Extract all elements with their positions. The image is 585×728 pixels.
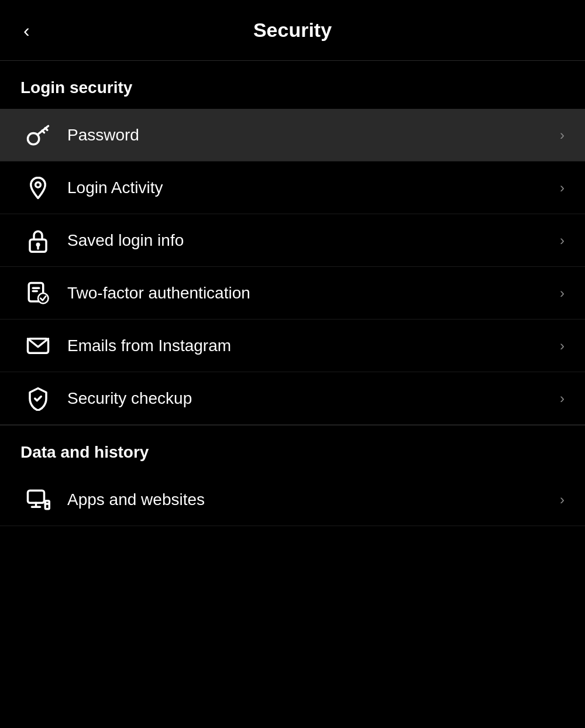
saved-login-info-label: Saved login info (67, 231, 554, 250)
svg-point-9 (38, 293, 49, 304)
emails-from-instagram-label: Emails from Instagram (67, 336, 554, 355)
page-title: Security (253, 19, 332, 42)
two-factor-auth-label: Two-factor authentication (67, 284, 554, 303)
login-security-section: Login security Password › Login Activity… (0, 61, 585, 425)
login-security-heading: Login security (0, 61, 585, 109)
keyhole-icon (20, 223, 56, 258)
saved-login-info-item[interactable]: Saved login info › (0, 214, 585, 267)
apps-icon (20, 482, 56, 517)
apps-and-websites-chevron: › (560, 492, 565, 508)
two-factor-auth-item[interactable]: Two-factor authentication › (0, 267, 585, 320)
security-checkup-label: Security checkup (67, 389, 554, 408)
back-button[interactable]: ‹ (18, 15, 36, 46)
emails-from-instagram-chevron: › (560, 338, 565, 354)
login-activity-item[interactable]: Login Activity › (0, 162, 585, 214)
login-activity-label: Login Activity (67, 178, 554, 197)
data-and-history-heading: Data and history (0, 425, 585, 473)
shield-check-icon (20, 276, 56, 311)
apps-and-websites-label: Apps and websites (67, 490, 554, 509)
apps-and-websites-item[interactable]: Apps and websites › (0, 473, 585, 526)
key-icon (20, 118, 56, 153)
saved-login-info-chevron: › (560, 232, 565, 249)
security-checkup-item[interactable]: Security checkup › (0, 372, 585, 425)
svg-line-3 (42, 131, 44, 133)
header: ‹ Security (0, 0, 585, 61)
svg-point-4 (36, 182, 41, 187)
envelope-icon (20, 328, 56, 363)
svg-rect-13 (28, 490, 44, 503)
emails-from-instagram-item[interactable]: Emails from Instagram › (0, 320, 585, 372)
password-chevron: › (560, 127, 565, 143)
login-activity-chevron: › (560, 180, 565, 196)
password-label: Password (67, 126, 554, 145)
shield-tick-icon (20, 381, 56, 416)
password-item[interactable]: Password › (0, 109, 585, 162)
two-factor-auth-chevron: › (560, 285, 565, 301)
svg-line-2 (45, 128, 47, 130)
data-and-history-section: Data and history Apps and websites › (0, 425, 585, 526)
location-pin-icon (20, 170, 56, 205)
security-checkup-chevron: › (560, 390, 565, 407)
